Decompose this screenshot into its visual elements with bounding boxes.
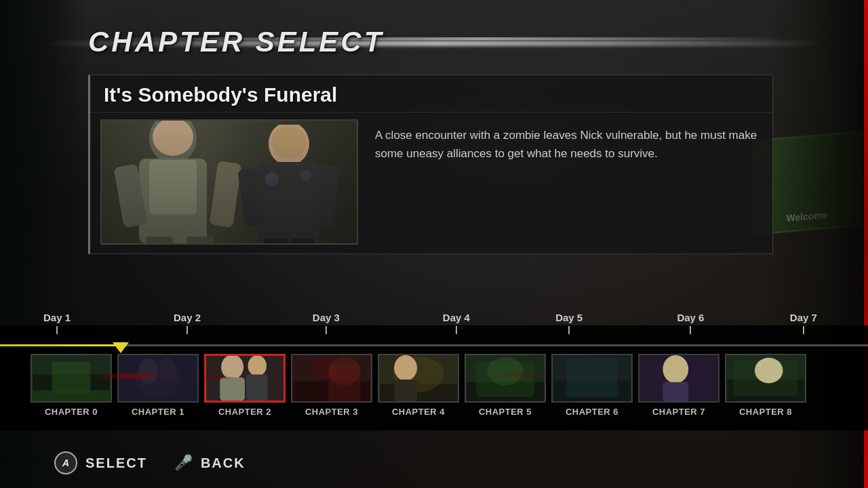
chapter-2-name: CHAPTER 2 xyxy=(218,407,271,417)
chapter-description: A close encounter with a zombie leaves N… xyxy=(372,119,762,243)
day-1-label: Day 1 xyxy=(43,312,71,323)
info-panel-body: A close encounter with a zombie leaves N… xyxy=(90,113,772,250)
select-control: A SELECT xyxy=(54,451,147,474)
svg-rect-50 xyxy=(663,382,688,401)
day-2-label: Day 2 xyxy=(174,312,201,323)
page-title: CHAPTER SELECT xyxy=(88,26,384,58)
day-marker-4: Day 4 xyxy=(443,312,470,334)
day-marker-2: Day 2 xyxy=(174,312,201,334)
chapter-0-name: CHAPTER 0 xyxy=(45,407,98,417)
svg-rect-20 xyxy=(33,390,109,401)
chapter-5-name: CHAPTER 5 xyxy=(479,407,532,417)
blood-splatter xyxy=(0,369,868,383)
main-content: CHAPTER SELECT It's Somebody's Funeral xyxy=(0,0,868,488)
day-6-tick xyxy=(690,326,691,334)
back-label: BACK xyxy=(201,455,245,471)
day-7-tick xyxy=(803,326,804,334)
screenshot-overlay xyxy=(102,121,357,243)
back-control: 🎤 BACK xyxy=(174,454,245,472)
day-marker-3: Day 3 xyxy=(313,312,340,334)
chapter-item-3[interactable]: CHAPTER 3 xyxy=(291,354,372,417)
day-2-tick xyxy=(186,326,188,334)
timeline-bar xyxy=(0,344,868,346)
day-3-tick xyxy=(326,326,327,334)
chapter-item-4[interactable]: CHAPTER 4 xyxy=(378,354,459,417)
day-4-tick xyxy=(456,326,457,334)
chapter-item-5[interactable]: CHAPTER 5 xyxy=(465,354,546,417)
day-3-label: Day 3 xyxy=(313,312,340,323)
timeline-progress xyxy=(0,344,121,346)
chapter-item-2[interactable]: CHAPTER 2 xyxy=(204,354,285,417)
chapter-8-name: CHAPTER 8 xyxy=(739,407,792,417)
chapter-4-name: CHAPTER 4 xyxy=(392,407,445,417)
timeline-arrow xyxy=(113,342,129,353)
chapter-item-1[interactable]: CHAPTER 1 xyxy=(117,354,199,417)
chapter-7-name: CHAPTER 7 xyxy=(652,407,705,417)
day-marker-6: Day 6 xyxy=(677,312,704,334)
timeline-section: Day 1 Day 2 Day 3 Day 4 Day 5 Day 6 xyxy=(0,305,868,430)
chapter-item-7[interactable]: CHAPTER 7 xyxy=(638,354,719,417)
day-5-tick xyxy=(568,326,570,334)
day-4-label: Day 4 xyxy=(443,312,470,323)
chapters-row: CHAPTER 0 CHAPTER 1 xyxy=(0,354,868,417)
info-panel-header: It's Somebody's Funeral xyxy=(90,75,772,113)
chapter-1-name: CHAPTER 1 xyxy=(132,407,184,417)
chapter-item-6[interactable]: CHAPTER 6 xyxy=(551,354,633,417)
day-1-tick xyxy=(56,326,58,334)
chapter-6-name: CHAPTER 6 xyxy=(566,407,618,417)
chapter-3-name: CHAPTER 3 xyxy=(305,407,358,417)
chapter-item-8[interactable]: CHAPTER 8 xyxy=(725,354,806,417)
chapter-item-0[interactable]: CHAPTER 0 xyxy=(31,354,112,417)
selected-chapter-title: It's Somebody's Funeral xyxy=(104,83,337,106)
day-5-label: Day 5 xyxy=(555,312,583,323)
a-button[interactable]: A xyxy=(54,451,77,474)
day-6-label: Day 6 xyxy=(677,312,704,323)
day-marker-7: Day 7 xyxy=(790,312,817,334)
select-label: SELECT xyxy=(85,455,147,471)
day-marker-1: Day 1 xyxy=(43,312,71,334)
microphone-icon: 🎤 xyxy=(174,454,193,472)
day-marker-5: Day 5 xyxy=(555,312,583,334)
chapter-screenshot xyxy=(100,119,358,245)
info-panel: It's Somebody's Funeral xyxy=(88,75,773,254)
day-7-label: Day 7 xyxy=(790,312,817,323)
bottom-controls: A SELECT 🎤 BACK xyxy=(54,451,814,474)
